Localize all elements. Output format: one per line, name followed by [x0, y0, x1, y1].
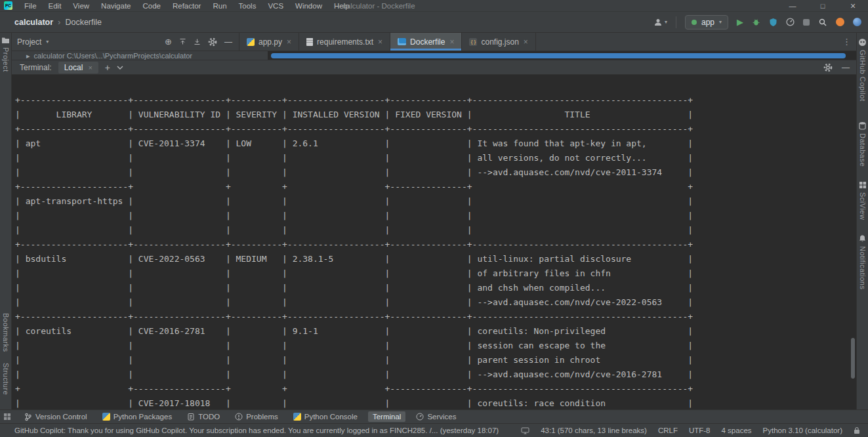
profiler-button[interactable] [786, 18, 795, 26]
caret-position-widget[interactable]: 43:1 (570 chars, 13 line breaks) [541, 427, 647, 434]
project-panel-actions: ⊕ — [165, 37, 232, 47]
menu-view[interactable]: View [67, 0, 95, 11]
tool-button-database[interactable]: Database [858, 121, 867, 167]
toolwindow-label: Python Console [304, 413, 358, 421]
maximize-button[interactable]: □ [808, 0, 838, 11]
close-tab-icon[interactable]: × [287, 37, 291, 47]
menu-file[interactable]: File [18, 0, 43, 11]
toolwindow-terminal[interactable]: Terminal [368, 411, 405, 422]
new-terminal-icon[interactable]: + [105, 62, 110, 73]
gear-icon[interactable] [823, 63, 833, 72]
stop-button[interactable] [803, 19, 810, 26]
chevron-down-icon: ▾ [719, 19, 722, 25]
problems-icon [235, 413, 243, 421]
terminal-panel-label: Terminal: [20, 63, 52, 72]
project-panel-title[interactable]: Project [17, 37, 41, 47]
run-button[interactable]: ▶ [737, 18, 743, 26]
locate-file-icon[interactable]: ⊕ [165, 37, 172, 47]
hide-panel-icon[interactable]: — [224, 37, 232, 47]
terminal-header: Terminal: Local × + — [12, 60, 856, 75]
toolwindow-label: Services [427, 413, 456, 421]
breadcrumb-separator-icon: › [58, 17, 60, 27]
lock-icon[interactable] [854, 427, 860, 434]
tab-app-py[interactable]: app.py × [239, 33, 299, 51]
tab-dockerfile[interactable]: Dockerfile × [390, 33, 462, 51]
status-bar: GitHub Copilot: Thank you for using GitH… [0, 423, 868, 437]
project-tree-root-row[interactable]: ▸ calculator C:\Users\...\PycharmProject… [12, 51, 268, 60]
tool-button-project[interactable]: Project [1, 37, 10, 72]
right-tool-stripe: GitHub Copilot Database SciView Notifica… [856, 33, 868, 409]
close-button[interactable]: × [838, 0, 868, 11]
tab-options-icon[interactable]: ⋮ [837, 37, 856, 47]
toolwindow-python-console[interactable]: Python Console [289, 411, 362, 422]
close-tab-icon[interactable]: × [88, 64, 92, 72]
run-config-name: app [701, 18, 714, 27]
minimize-button[interactable]: — [777, 0, 808, 11]
toolwindow-todo[interactable]: TODO [182, 411, 224, 422]
debug-button[interactable] [752, 18, 760, 26]
blue-sphere-icon[interactable] [853, 18, 861, 26]
tool-window-bar: Version Control Python Packages TODO Pro… [0, 409, 868, 423]
interpreter-widget[interactable]: Python 3.10 (calculator) [763, 427, 842, 434]
menu-tools[interactable]: Tools [233, 0, 262, 11]
tool-label-sciview: SciView [859, 192, 867, 220]
toolwindow-version-control[interactable]: Version Control [20, 411, 92, 423]
tab-config-json[interactable]: { } config.json × [462, 33, 535, 51]
tab-requirements-txt[interactable]: requirements.txt × [299, 33, 390, 51]
tool-button-copilot[interactable]: GitHub Copilot [858, 38, 867, 102]
window-controls: — □ × [777, 0, 868, 11]
tool-button-structure[interactable]: Structure [2, 363, 10, 395]
bell-icon [858, 234, 867, 243]
terminal-panel[interactable]: +---------------------+-----------------… [12, 75, 856, 409]
close-tab-icon[interactable]: × [449, 37, 454, 47]
menu-navigate[interactable]: Navigate [95, 0, 136, 11]
terminal-scrollbar[interactable] [851, 338, 855, 379]
screen-share-icon[interactable] [521, 427, 529, 434]
tool-button-sciview[interactable]: SciView [859, 181, 867, 220]
toolbar-divider [676, 16, 676, 28]
menu-run[interactable]: Run [207, 0, 232, 11]
bug-icon [752, 18, 760, 26]
text-file-icon [306, 38, 313, 46]
gear-icon[interactable] [208, 37, 217, 47]
breadcrumb-file[interactable]: Dockerfile [65, 18, 102, 27]
copilot-status-message[interactable]: GitHub Copilot: Thank you for using GitH… [14, 427, 521, 434]
collapse-all-icon[interactable] [194, 38, 201, 45]
line-ending-widget[interactable]: CRLF [658, 427, 678, 434]
center-column: Project ▾ ⊕ — app.py × requi [12, 33, 856, 409]
tool-window-switcher-icon[interactable] [3, 413, 11, 421]
close-tab-icon[interactable]: × [378, 37, 382, 47]
search-icon [818, 18, 827, 27]
menu-window[interactable]: Window [289, 0, 328, 11]
python-icon [102, 413, 110, 421]
menu-edit[interactable]: Edit [43, 0, 68, 11]
indent-widget[interactable]: 4 spaces [722, 427, 752, 434]
user-profile-button[interactable]: ▾ [653, 18, 667, 27]
tool-button-bookmarks[interactable]: Bookmarks [2, 313, 10, 352]
toolwindow-python-packages[interactable]: Python Packages [98, 411, 177, 422]
tool-label-notifications: Notifications [859, 246, 867, 289]
todo-checklist-icon [187, 413, 195, 421]
close-tab-icon[interactable]: × [524, 37, 528, 47]
search-everywhere-button[interactable] [818, 18, 827, 27]
orange-record-icon[interactable] [836, 18, 844, 26]
toolwindow-problems[interactable]: Problems [230, 411, 283, 422]
chevron-down-icon[interactable] [117, 66, 123, 70]
project-tree-root: calculator C:\Users\...\PycharmProjects\… [34, 52, 192, 60]
tab-label: Dockerfile [410, 37, 445, 47]
user-icon [653, 18, 663, 27]
toolwindow-services[interactable]: Services [411, 411, 461, 422]
run-config-selector[interactable]: app ▾ [685, 15, 728, 30]
terminal-tab-local[interactable]: Local × [58, 62, 98, 73]
tool-button-notifications[interactable]: Notifications [858, 234, 867, 289]
encoding-widget[interactable]: UTF-8 [689, 427, 711, 434]
menu-refactor[interactable]: Refactor [167, 0, 207, 11]
breadcrumb: calculator › Dockerfile [14, 17, 102, 27]
hide-panel-icon[interactable]: — [842, 63, 850, 72]
tool-label-bookmarks: Bookmarks [2, 313, 10, 352]
menu-code[interactable]: Code [136, 0, 167, 11]
breadcrumb-project[interactable]: calculator [14, 18, 53, 27]
expand-all-icon[interactable] [179, 38, 186, 45]
run-with-coverage-button[interactable] [769, 18, 777, 26]
menu-vcs[interactable]: VCS [262, 0, 289, 11]
